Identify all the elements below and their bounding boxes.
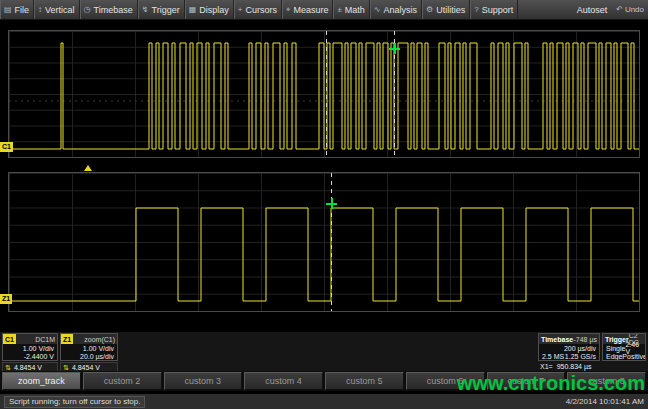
menu-item-utilities[interactable]: ⚙ Utilities [422, 0, 470, 19]
status-message: Script running; turn off cursor to stop. [4, 396, 145, 408]
z1-tdiv: 20.0 µs/div [61, 352, 117, 360]
timebase-offset: -748 µs [574, 336, 598, 343]
menu-item-vertical[interactable]: ↕ Vertical [34, 0, 80, 19]
file-icon: ▤ [4, 5, 12, 14]
z1-descriptor-header: Z1 zoom(C1) [61, 334, 117, 344]
trigger-position-marker-icon [389, 43, 400, 54]
menu-item-cursors[interactable]: + Cursors [234, 0, 282, 19]
zoom-cursor-marker-icon [326, 198, 337, 209]
trigger-slope: Positive [622, 353, 646, 360]
trigger-box[interactable]: Trigger C2 DC Single 2.46 V Edge Positiv… [602, 333, 646, 361]
menu-label-timebase: Timebase [94, 5, 133, 15]
watermark: www.cntronics.com [457, 372, 645, 395]
menu-label-file: File [15, 5, 30, 15]
timebase-icon: ◷ [84, 5, 91, 14]
menu-label-vertical: Vertical [45, 5, 75, 15]
menu-label-support: Support [482, 5, 514, 15]
x1-cursor-readout: X1= 950.834 µs [540, 363, 591, 370]
menu-label-cursors: Cursors [245, 5, 277, 15]
z1-tag: Z1 [61, 334, 73, 344]
analysis-icon: ∿ [374, 5, 381, 14]
trigger-type: Edge [606, 353, 622, 360]
menu-label-display: Display [199, 5, 229, 15]
menu-label-trigger: Trigger [151, 5, 179, 15]
c1-cursor-value: 4.8454 V [14, 364, 42, 371]
c1-offset: -2.4400 V [3, 352, 57, 360]
menu-bar: ▤ File ↕ Vertical ◷ Timebase ↯ Trigger ▦… [0, 0, 648, 20]
support-icon: ? [474, 5, 478, 14]
undo-label: Undo [625, 5, 644, 14]
z1-trace [9, 208, 639, 301]
timebase-title: Timebase [541, 336, 573, 343]
main-waveform-grid[interactable] [8, 30, 640, 158]
menu-label-measure: Measure [293, 5, 328, 15]
menu-item-analysis[interactable]: ∿ Analysis [370, 0, 422, 19]
zoom-waveform-grid[interactable] [8, 172, 640, 312]
trigger-mode-level: Single 2.46 V [603, 344, 645, 352]
z1-cursor-value: 4.8454 V [72, 364, 100, 371]
timebase-scale: 200 µs/div [539, 344, 599, 352]
measure-icon: ⌖ [286, 5, 291, 15]
z1-channel-marker[interactable]: Z1 [0, 294, 12, 304]
z1-source: zoom(C1) [84, 336, 115, 343]
timebase-record: 2.5 MS [542, 353, 564, 360]
c1-channel-marker[interactable]: C1 [0, 142, 13, 152]
menu-item-file[interactable]: ▤ File [0, 0, 34, 19]
zoom-waveform-svg [9, 173, 639, 311]
c1-trace [9, 43, 639, 149]
menu-item-math[interactable]: ± Math [333, 0, 369, 19]
c1-descriptor-header: C1 DC1M [3, 334, 57, 344]
menu-item-trigger[interactable]: ↯ Trigger [138, 0, 185, 19]
menu-item-support[interactable]: ? Support [470, 0, 518, 19]
timebase-rate: 1.25 GS/s [565, 353, 596, 360]
autoset-button[interactable]: Autoset [577, 5, 608, 15]
descriptor-panel: C1 DC1M 1.00 V/div -2.4400 V ⇅ 4.8454 V … [0, 332, 648, 371]
menu-label-analysis: Analysis [384, 5, 418, 15]
z1-vdiv: 1.00 V/div [61, 344, 117, 352]
z1-descriptor-box[interactable]: Z1 zoom(C1) 1.00 V/div 20.0 µs/div [60, 333, 118, 361]
cursors-icon: + [238, 5, 243, 14]
c1-descriptor-box[interactable]: C1 DC1M 1.00 V/div -2.4400 V [2, 333, 58, 361]
status-bar: Script running; turn off cursor to stop.… [0, 393, 648, 409]
timebase-header: Timebase -748 µs [539, 334, 599, 344]
menu-label-utilities: Utilities [436, 5, 465, 15]
toolbar-button-zoom-track[interactable]: zoom_track [2, 372, 81, 390]
utilities-icon: ⚙ [426, 5, 433, 14]
zoom-position-marker-icon[interactable] [84, 165, 92, 171]
c1-coupling: DC1M [35, 336, 55, 343]
timebase-record-rate: 2.5 MS 1.25 GS/s [539, 352, 599, 360]
waveform-screen: C1 Z1 [0, 20, 648, 332]
status-datetime: 4/2/2014 10:01:41 AM [566, 397, 644, 406]
toolbar-button-custom-5[interactable]: custom 5 [325, 372, 404, 390]
cursor-x1-line[interactable] [326, 31, 327, 157]
trigger-icon: ↯ [142, 5, 149, 14]
x1-value: 950.834 µs [557, 363, 592, 370]
menu-item-display[interactable]: ▦ Display [185, 0, 234, 19]
oscilloscope-app: ▤ File ↕ Vertical ◷ Timebase ↯ Trigger ▦… [0, 0, 648, 409]
main-waveform-svg [9, 31, 639, 157]
timebase-box[interactable]: Timebase -748 µs 200 µs/div 2.5 MS 1.25 … [538, 333, 600, 361]
trigger-type-slope: Edge Positive [603, 352, 645, 360]
math-icon: ± [337, 5, 341, 14]
display-icon: ▦ [189, 5, 197, 14]
vertical-icon: ↕ [38, 5, 42, 14]
menu-item-timebase[interactable]: ◷ Timebase [80, 0, 138, 19]
toolbar-button-custom-4[interactable]: custom 4 [244, 372, 323, 390]
zoom-cursor-line[interactable] [331, 173, 332, 311]
toolbar-button-custom-2[interactable]: custom 2 [83, 372, 162, 390]
menu-bar-right: Autoset ↶ Undo [577, 0, 648, 19]
x1-label: X1= [540, 363, 553, 370]
undo-button[interactable]: ↶ Undo [616, 5, 644, 14]
trigger-mode: Single [606, 345, 625, 352]
toolbar-button-custom-3[interactable]: custom 3 [164, 372, 243, 390]
c1-tag: C1 [3, 334, 16, 344]
undo-icon: ↶ [616, 5, 623, 14]
menu-item-measure[interactable]: ⌖ Measure [282, 0, 334, 19]
menu-label-math: Math [345, 5, 365, 15]
c1-vdiv: 1.00 V/div [3, 344, 57, 352]
